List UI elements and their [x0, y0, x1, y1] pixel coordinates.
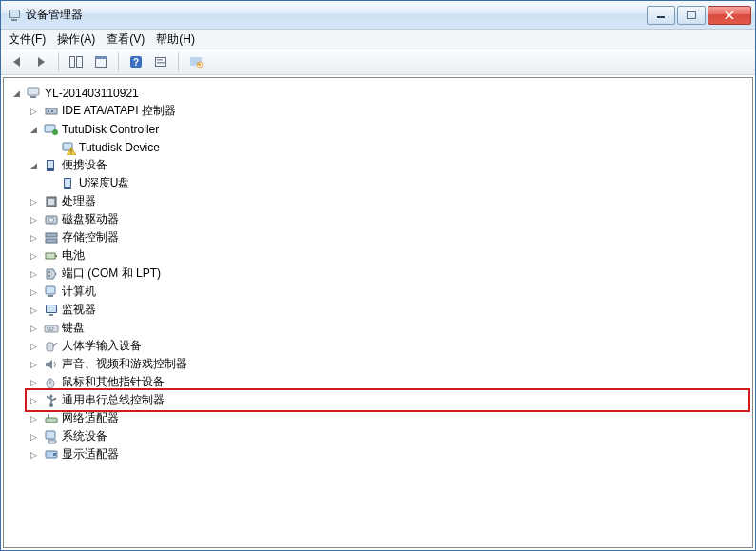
controller-icon — [44, 104, 59, 119]
expand-icon[interactable]: ▷ — [29, 359, 39, 369]
expand-icon[interactable]: ▷ — [29, 377, 39, 387]
menu-file[interactable]: 文件(F) — [9, 31, 46, 48]
svg-rect-34 — [46, 233, 57, 237]
expand-icon[interactable]: ▷ — [29, 196, 39, 207]
tree-item-label: 系统设备 — [62, 428, 107, 444]
tree-item-label: 计算机 — [62, 284, 96, 300]
menubar: 文件(F) 操作(A) 查看(V) 帮助(H) — [1, 30, 755, 49]
svg-rect-60 — [46, 431, 55, 439]
svg-rect-43 — [47, 305, 56, 312]
toolbar: ? — [1, 49, 755, 75]
menu-help[interactable]: 帮助(H) — [156, 31, 195, 48]
svg-point-39 — [48, 275, 50, 277]
tree-item-label: IDE ATA/ATAPI 控制器 — [62, 103, 176, 119]
svg-rect-59 — [48, 414, 49, 418]
expand-icon[interactable]: ▷ — [29, 449, 39, 460]
expand-icon[interactable]: ▷ — [29, 214, 39, 225]
svg-marker-57 — [49, 394, 53, 397]
tree-item-hid[interactable]: ▷人体学输入设备 — [27, 337, 750, 355]
tree-item-keyboard[interactable]: ▷键盘 — [27, 319, 750, 337]
collapse-icon[interactable]: ◢ — [29, 124, 39, 134]
svg-point-38 — [48, 271, 50, 273]
expand-icon[interactable]: ▷ — [29, 431, 39, 442]
tree-item-computer[interactable]: ▷计算机 — [27, 283, 750, 301]
expand-icon[interactable]: ▷ — [29, 413, 39, 423]
portable-device-icon — [44, 158, 59, 173]
tree-item-tutudisk-device[interactable]: ▷!Tutudisk Device — [44, 138, 750, 156]
properties-button[interactable] — [89, 50, 112, 73]
svg-rect-44 — [49, 314, 53, 316]
tree-item-tutudisk[interactable]: ◢TutuDisk Controller — [27, 120, 750, 138]
svg-rect-5 — [70, 57, 75, 68]
scan-button[interactable] — [149, 50, 172, 73]
tree-item-cpu[interactable]: ▷处理器 — [27, 192, 750, 210]
collapse-icon[interactable]: ◢ — [11, 88, 22, 98]
portable-device-icon — [61, 176, 76, 191]
expand-icon[interactable]: ▷ — [29, 395, 39, 405]
expand-icon[interactable]: ▷ — [29, 341, 39, 351]
expand-icon[interactable]: ▷ — [29, 286, 39, 297]
tree-item-ide[interactable]: ▷IDE ATA/ATAPI 控制器 — [27, 102, 750, 120]
tree-item-sound[interactable]: ▷声音、视频和游戏控制器 — [27, 355, 750, 373]
svg-rect-4 — [688, 11, 696, 18]
separator — [118, 52, 119, 71]
tree-item-udisk[interactable]: ▷U深度U盘 — [44, 174, 750, 192]
separator — [178, 52, 179, 71]
tree-item-label: 网络适配器 — [62, 410, 119, 426]
tree-item-monitor[interactable]: ▷监视器 — [27, 301, 750, 319]
network-icon — [44, 411, 59, 426]
svg-rect-2 — [11, 19, 17, 21]
refresh-button[interactable] — [184, 50, 207, 73]
storage-controller-icon — [44, 230, 59, 246]
collapse-icon[interactable]: ◢ — [29, 160, 39, 170]
expand-icon[interactable]: ▷ — [29, 323, 39, 333]
nav-forward-button[interactable] — [29, 50, 52, 73]
svg-rect-56 — [54, 398, 56, 400]
tree-item-label: 磁盘驱动器 — [62, 211, 119, 227]
expand-icon[interactable]: ▷ — [29, 250, 39, 261]
svg-rect-47 — [49, 327, 51, 329]
minimize-button[interactable] — [647, 6, 675, 25]
show-hide-tree-button[interactable] — [65, 50, 87, 73]
tree-item-system[interactable]: ▷系统设备 — [27, 427, 750, 445]
menu-action[interactable]: 操作(A) — [57, 31, 95, 48]
expand-icon[interactable]: ▷ — [29, 106, 39, 116]
tree-item-label: 声音、视频和游戏控制器 — [62, 356, 187, 372]
tree-item-storage[interactable]: ▷存储控制器 — [27, 228, 750, 246]
svg-rect-12 — [157, 59, 163, 61]
tree-item-label: 存储控制器 — [62, 229, 119, 246]
svg-marker-51 — [46, 360, 52, 369]
expand-icon[interactable]: ▷ — [29, 268, 39, 279]
svg-rect-13 — [157, 62, 165, 64]
sound-icon — [44, 357, 59, 372]
tree-root-label: YL-201403110921 — [45, 87, 139, 100]
monitor-icon — [44, 303, 59, 318]
expand-icon[interactable]: ▷ — [29, 232, 39, 243]
tree-item-ports[interactable]: ▷端口 (COM 和 LPT) — [27, 265, 750, 283]
tree-root[interactable]: ◢ YL-201403110921 — [10, 84, 750, 102]
app-icon — [7, 8, 22, 23]
tree-item-label: 电池 — [62, 247, 85, 264]
svg-point-55 — [47, 395, 48, 397]
menu-view[interactable]: 查看(V) — [107, 31, 145, 48]
titlebar: 设备管理器 — [1, 1, 755, 30]
help-button[interactable]: ? — [125, 50, 147, 73]
tree-item-battery[interactable]: ▷电池 — [27, 246, 750, 265]
svg-rect-31 — [48, 199, 54, 205]
tree-item-portable[interactable]: ◢便携设备 — [27, 156, 750, 174]
disk-icon — [44, 212, 59, 227]
tree-item-diskdrives[interactable]: ▷磁盘驱动器 — [27, 210, 750, 228]
svg-rect-17 — [30, 96, 36, 98]
svg-rect-63 — [53, 453, 56, 456]
tree-item-network[interactable]: ▷网络适配器 — [27, 409, 750, 427]
cpu-icon — [44, 194, 59, 209]
system-icon — [44, 429, 59, 444]
close-button[interactable] — [708, 6, 751, 25]
maximize-button[interactable] — [677, 6, 706, 25]
tree-item-display[interactable]: ▷显示适配器 — [27, 445, 750, 463]
device-warning-icon: ! — [61, 140, 76, 155]
tree-pane[interactable]: ◢ YL-201403110921 ▷IDE ATA/ATAPI 控制器 ◢Tu… — [3, 77, 753, 548]
svg-rect-6 — [77, 57, 83, 68]
nav-back-button[interactable] — [5, 50, 28, 73]
expand-icon[interactable]: ▷ — [29, 305, 39, 315]
